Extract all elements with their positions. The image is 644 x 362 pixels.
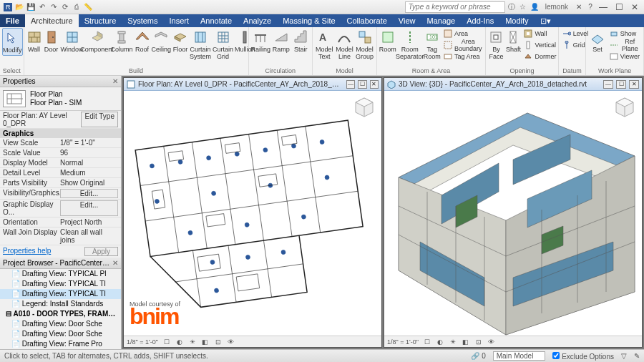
properties-panel-title[interactable]: Properties✕ [0,76,121,87]
tab-manage[interactable]: Manage [421,14,461,27]
tab-view[interactable]: View [393,14,421,27]
browser-node[interactable]: 📄 Drafting View: Door Sche [0,319,121,329]
apply-button[interactable]: Apply [84,247,118,256]
minimize-view-button[interactable]: — [346,80,355,89]
browser-panel-title[interactable]: Project Browser - PacificCenter_AY_Arch_… [0,258,121,269]
tab-massing[interactable]: Massing & Site [277,14,341,27]
undo-icon[interactable]: ↶ [37,2,47,12]
opening-vertical-button[interactable]: Vertical [522,39,557,51]
hide-icon[interactable]: 👁 [487,338,496,346]
property-edit-row[interactable]: Visibility/Graphics...Edit... [0,188,121,200]
tab-modify[interactable]: Modify [499,14,534,27]
search-input[interactable] [405,1,505,13]
tab-file[interactable]: File [0,14,25,27]
browser-node[interactable]: 📄 Legend: Install Standards [0,299,121,309]
sync-icon[interactable]: ⟳ [60,2,70,12]
property-row[interactable]: Parts VisibilityShow Original [0,178,121,188]
view-titlebar[interactable]: Floor Plan: AY Level 0_DPR - PacificCent… [124,78,381,91]
tab-extra[interactable]: ⊡▾ [535,14,557,27]
tag-area-button[interactable]: Tag Area [442,51,484,62]
detail-level-icon[interactable]: ☐ [162,338,171,346]
minimize-button[interactable]: — [597,2,610,12]
browser-node[interactable]: 📄 Drafting View: TYPICAL Pl [0,269,121,279]
redo-icon[interactable]: ↷ [49,2,59,12]
room-button[interactable]: Room [379,28,396,54]
view-cube[interactable] [612,95,638,121]
browser-node[interactable]: 📄 Drafting View: Frame Pro [0,339,121,349]
opening-wall-button[interactable]: Wall [522,28,557,39]
opening-dormer-button[interactable]: Dormer [522,51,557,62]
main-model-dropdown[interactable]: Main Model [493,351,546,361]
view-titlebar[interactable]: 3D View: {3D} - PacificCenter_AY_Arch_20… [384,78,642,91]
exchange-icon[interactable]: ✕ [574,2,584,12]
property-row[interactable]: Scale Value96 [0,148,121,158]
selection-count[interactable]: 🔗 0 [471,352,485,360]
tab-annotate[interactable]: Annotate [195,14,238,27]
curtain-system-button[interactable]: Curtain System [190,28,211,62]
close-icon[interactable]: ✕ [112,77,118,85]
shaft-button[interactable]: Shaft [505,28,521,54]
crop-icon[interactable]: ⊡ [474,338,483,346]
property-row[interactable]: Display ModelNormal [0,158,121,168]
tab-addins[interactable]: Add-Ins [461,14,499,27]
by-face-button[interactable]: By Face [488,28,504,62]
grid-button[interactable]: Grid [561,39,590,51]
detail-level-icon[interactable]: ☐ [423,338,431,346]
component-button[interactable]: Component [85,28,109,54]
ceiling-button[interactable]: Ceiling [152,28,172,54]
property-row[interactable]: View Scale1/8" = 1'-0" [0,138,121,148]
browser-node[interactable]: ⊟ A010 - DOOR TYPES, FRAMES & [0,309,121,319]
visual-style-icon[interactable]: ◐ [436,338,444,346]
browser-node[interactable]: 📄 Drafting View: Door Sche [0,329,121,339]
property-row[interactable]: Wall Join DisplayClean all wall joins [0,228,121,245]
model-group-button[interactable]: Model Group [356,28,374,62]
tab-collaborate[interactable]: Collaborate [341,14,393,27]
info-icon[interactable]: ⓘ [507,2,517,12]
editable-only-icon[interactable]: ✎ [634,352,640,360]
sun-path-icon[interactable]: ☀ [449,338,457,346]
scale-display[interactable]: 1/8" = 1'-0" [127,338,158,346]
door-button[interactable]: Door [44,28,59,54]
browser-node[interactable]: 📄 Drafting View: TYPICAL Tl [0,279,121,289]
properties-help-link[interactable]: Properties help [3,247,51,256]
scale-display[interactable]: 1/8" = 1'-0" [387,338,419,346]
tab-architecture[interactable]: Architecture [25,14,79,27]
property-row[interactable]: OrientationProject North [0,217,121,228]
viewer-button[interactable]: Viewer [608,51,641,62]
exclude-options-toggle[interactable]: Exclude Options [552,352,614,361]
project-browser[interactable]: 📄 Drafting View: TYPICAL Pl📄 Drafting Vi… [0,269,121,349]
hide-icon[interactable]: 👁 [227,338,235,346]
maximize-view-button[interactable]: ☐ [616,80,626,89]
minimize-view-button[interactable]: — [603,80,613,89]
save-icon[interactable]: 💾 [26,2,36,12]
model-text-button[interactable]: AModel Text [315,28,333,62]
stair-button[interactable]: Stair [292,28,311,54]
tab-analyze[interactable]: Analyze [238,14,277,27]
close-button[interactable]: ✕ [628,2,641,12]
instance-selector[interactable]: Floor Plan: AY Level 0_DPREdit Type [0,111,121,129]
help-icon[interactable]: ? [585,2,595,12]
floor-button[interactable]: Floor [172,28,188,54]
tab-structure[interactable]: Structure [79,14,122,27]
type-selector[interactable]: Floor PlanFloor Plan - SIM [0,87,121,111]
model-line-button[interactable]: Model Line [335,28,353,62]
signin-icon[interactable]: 👤 [530,2,540,12]
area-boundary-button[interactable]: Area Boundary [442,39,484,51]
ref-plane-button[interactable]: Ref Plane [608,39,641,51]
shadows-icon[interactable]: ◧ [462,338,470,346]
tab-insert[interactable]: Insert [163,14,195,27]
tag-room-button[interactable]: 101Tag Room [424,28,441,62]
print-icon[interactable]: ⎙ [72,2,82,12]
ramp-button[interactable]: Ramp [272,28,291,54]
shadows-icon[interactable]: ◧ [201,338,210,346]
maximize-button[interactable]: ☐ [613,2,625,12]
browser-node[interactable]: 📄 Drafting View: TYPICAL Tl [0,289,121,299]
room-sep-button[interactable]: Room Separator [398,28,422,62]
close-icon[interactable]: ✕ [112,259,118,267]
star-icon[interactable]: ☆ [518,2,528,12]
column-button[interactable]: Column [111,28,133,54]
maximize-view-button[interactable]: ☐ [358,80,366,89]
level-button[interactable]: Level [561,28,590,39]
property-edit-row[interactable]: Graphic Display O...Edit... [0,200,121,217]
filter-icon[interactable]: ▽ [621,352,627,360]
